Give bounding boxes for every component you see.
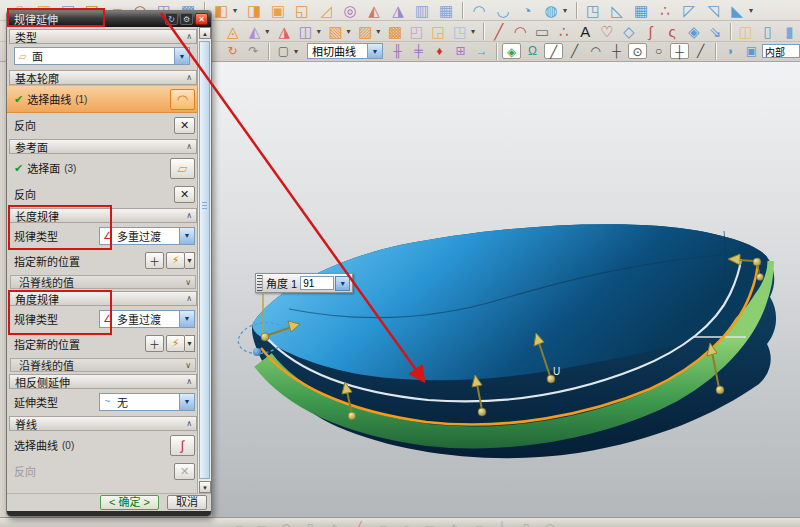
step-forward-icon[interactable]: → [472,43,491,59]
dialog-close-icon[interactable]: ✕ [195,13,208,25]
select-curve-icon[interactable]: ◠ [170,89,195,110]
angle-dropdown-icon[interactable]: ▼ [335,276,350,291]
rotate-view-icon[interactable]: ↷ [244,43,263,59]
tube-icon[interactable]: ◎ [339,1,361,20]
four-point-surface-icon[interactable]: ◳ [582,1,604,20]
through-curves-icon[interactable]: ◡ [492,1,514,20]
snap-point-on-curve-icon[interactable]: ╱ [691,43,710,59]
section-curve-icon[interactable]: ∫ [641,22,661,41]
pattern-feature-icon[interactable]: ▩ [385,22,405,41]
dialog-reset-icon[interactable]: ↻ [165,13,178,25]
combo-dropdown-icon[interactable]: ▼ [179,394,194,410]
angle-spine-value-header[interactable]: 沿脊线的值 ∨ [10,358,196,372]
length-spine-value-header[interactable]: 沿脊线的值 ∨ [10,275,196,289]
rectangle-icon[interactable]: ▭ [532,22,552,41]
mesh-surface-icon[interactable]: ▦ [630,1,652,20]
group-header-length-law[interactable]: 长度规律 ∧ [9,208,197,223]
draft-icon[interactable]: ◮ [274,22,294,41]
dropdown-arrow-icon[interactable]: ▾ [563,6,572,15]
snap-end-point-icon[interactable]: ╱ [544,43,563,59]
snap-pin-icon[interactable]: ♦ [430,43,449,59]
snap-quadrant-point-icon[interactable]: ○ [649,43,668,59]
dock-14-icon[interactable]: ◠ [539,521,561,527]
group-header-type[interactable]: 类型 ∧ [9,29,197,44]
group-header-reference-face[interactable]: 参考面 ∧ [9,139,197,154]
block-icon[interactable]: ▣ [267,1,289,20]
extension-type-combobox[interactable]: ~ 无 ▼ [99,393,195,411]
intersection-curve-icon[interactable]: ς [662,22,682,41]
point-constructor-icon[interactable]: ＋ [145,335,164,352]
group-header-spine[interactable]: 脊线 ∧ [9,416,197,431]
dock-12-icon[interactable]: ┼ [491,521,513,527]
dock-8-icon[interactable]: ○ [395,521,417,527]
enable-snap-point-icon[interactable]: ◈ [502,43,521,59]
type-combobox[interactable]: ▱ 面 ▼ [14,47,190,65]
face-curve-icon[interactable]: ◇ [619,22,639,41]
swept-icon[interactable]: ◿ [315,1,337,20]
chamfer-icon[interactable]: ◭ [245,22,265,41]
select-face-row[interactable]: ✔ 选择面 (3) ▱ [7,154,199,182]
dock-13-icon[interactable]: ▯ [515,521,537,527]
angle-value-input[interactable] [300,276,334,290]
dropdown-arrow-icon[interactable]: ▾ [317,27,325,36]
point-dialog-icon[interactable]: ⚡ [166,335,185,352]
extension-surface-icon[interactable]: ◣ [726,1,748,20]
studio-spline-icon[interactable]: ♡ [597,22,617,41]
dropdown-arrow-icon[interactable]: ▾ [294,47,303,56]
select-face-icon[interactable]: ▱ [170,158,195,179]
patch-body-icon[interactable]: ◳ [450,22,470,41]
mirror-feature-icon[interactable]: ◰ [407,22,427,41]
point-cloud-icon[interactable]: ∴ [654,1,676,20]
ok-button[interactable]: < 确定 > [100,495,159,510]
sphere-icon[interactable]: ◍ [540,1,562,20]
selection-marquee-icon[interactable]: ▢ [274,43,293,59]
snap-mid-point-icon[interactable]: ╱ [565,43,584,59]
point-icon[interactable]: ∴ [554,22,574,41]
stop-at-intersection-icon[interactable]: ╪ [409,43,428,59]
extrude-icon[interactable]: ◧ [210,1,232,20]
law-extension-icon[interactable]: ◹ [702,1,724,20]
angle-law-type-combobox[interactable]: ∠ 多重过渡 ▼ [99,310,195,328]
point-constructor-icon[interactable]: ＋ [145,252,164,269]
combined-projection-icon[interactable]: ◫ [736,22,756,41]
snap-intersection-icon[interactable]: ┼ [607,43,626,59]
sew-icon[interactable]: ▦ [435,1,457,20]
scroll-down-icon[interactable]: ▼ [199,481,211,493]
combo-dropdown-icon[interactable]: ▼ [179,228,194,244]
revolve-icon[interactable]: ◨ [243,1,265,20]
point-dialog-icon[interactable]: ⚡ [166,252,185,269]
scale-body-icon[interactable]: ▨ [356,22,376,41]
curve-rule-combobox[interactable]: 相切曲线 ▼ [307,43,383,59]
group-header-base-profile[interactable]: 基本轮廓 ∧ [9,70,197,85]
combo-dropdown-icon[interactable]: ▼ [174,48,189,64]
text-icon[interactable]: A [576,22,596,41]
dropdown-arrow-icon[interactable]: ▾ [471,27,479,36]
orient-view-icon[interactable]: ↻ [223,43,242,59]
dock-7-icon[interactable]: ▱ [371,521,393,527]
dock-2-icon[interactable]: ▭ [251,521,273,527]
combo-dropdown-icon[interactable]: ▼ [367,44,382,58]
arc-icon[interactable]: ◠ [511,22,531,41]
group-header-opposite-extension[interactable]: 相反侧延伸 ∧ [9,374,197,389]
highlight-related-icon[interactable]: ╫ [388,43,407,59]
cancel-button[interactable]: 取消 [167,495,207,510]
dropdown-arrow-icon[interactable]: ▾ [346,27,354,36]
snap-magnet-icon[interactable]: Ω [523,43,542,59]
spine-curve-icon[interactable]: ∫ [170,435,195,456]
clip-section-icon[interactable]: ▣ [742,43,761,59]
length-law-type-combobox[interactable]: ∠ 多重过渡 ▼ [99,227,195,245]
split-body-icon[interactable]: ◮ [387,1,409,20]
dock-1-icon[interactable]: ▱ [227,521,249,527]
dialog-settings-icon[interactable]: ⚙ [180,13,193,25]
snap-existing-point-icon[interactable]: ┼ [670,43,689,59]
trim-body-icon[interactable]: ◭ [363,1,385,20]
quick-pick-icon[interactable]: ⊞ [451,43,470,59]
dock-5-icon[interactable]: ◇ [323,521,345,527]
dropdown-arrow-icon[interactable]: ▾ [233,6,242,15]
dropdown-arrow-icon[interactable]: ▼ [185,252,195,269]
dropdown-arrow-icon[interactable]: ▼ [185,335,195,352]
drag-handle-icon[interactable] [257,275,263,291]
dock-9-icon[interactable]: ▭ [419,521,441,527]
dock-10-icon[interactable]: ◈ [443,521,465,527]
project-curve-icon[interactable]: ⇘ [706,22,726,41]
